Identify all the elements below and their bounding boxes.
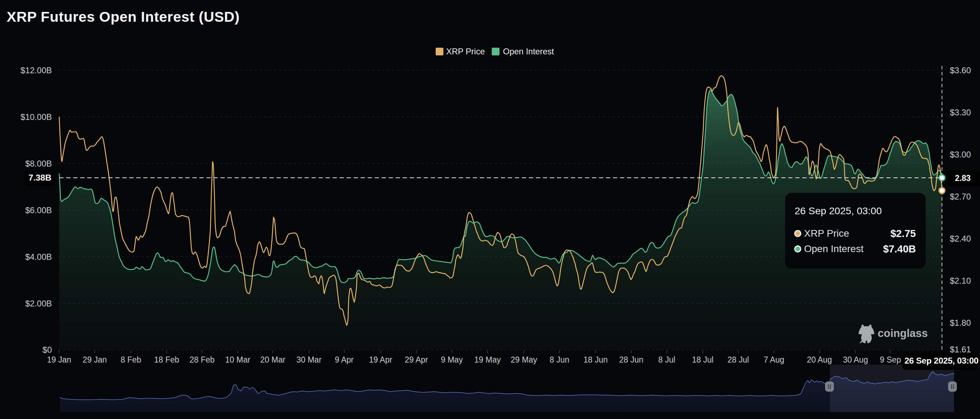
svg-text:XRP Price: XRP Price [804,228,849,239]
svg-text:7 Aug: 7 Aug [764,355,784,364]
svg-text:$1.61: $1.61 [950,345,971,354]
svg-text:18 Jun: 18 Jun [584,355,608,364]
svg-text:$2.00B: $2.00B [25,299,52,308]
svg-text:28 Jun: 28 Jun [619,355,644,364]
svg-text:30 Mar: 30 Mar [296,355,322,364]
svg-text:$4.00B: $4.00B [25,252,52,261]
svg-text:28 Jul: 28 Jul [728,355,749,364]
svg-text:$6.00B: $6.00B [25,206,52,215]
svg-text:29 Jan: 29 Jan [83,355,107,364]
svg-text:XRP Futures Open Interest (USD: XRP Futures Open Interest (USD) [7,9,240,25]
svg-text:coinglass: coinglass [878,327,928,339]
svg-text:XRP Price: XRP Price [446,47,485,56]
svg-text:$8.00B: $8.00B [25,159,52,168]
svg-text:$2.70: $2.70 [950,192,971,201]
svg-text:30 Aug: 30 Aug [843,355,868,364]
svg-text:$1.80: $1.80 [950,318,971,328]
svg-text:8 Jul: 8 Jul [658,355,675,364]
svg-text:Open Interest: Open Interest [804,243,864,254]
svg-text:9 Apr: 9 Apr [335,355,354,364]
svg-text:$2.40: $2.40 [950,234,971,243]
svg-text:20 Aug: 20 Aug [807,355,832,364]
svg-text:$10.00B: $10.00B [21,112,52,122]
svg-text:18 Jul: 18 Jul [692,355,713,364]
svg-text:26 Sep 2025, 03:00: 26 Sep 2025, 03:00 [795,205,882,216]
svg-text:19 Apr: 19 Apr [369,355,393,364]
svg-text:18 Feb: 18 Feb [154,355,180,364]
svg-text:20 Mar: 20 Mar [261,355,286,364]
svg-text:29 Apr: 29 Apr [405,355,428,364]
svg-text:$3.00: $3.00 [950,150,971,159]
svg-text:$2.10: $2.10 [950,276,971,285]
svg-text:19 May: 19 May [474,355,501,364]
svg-text:8 Feb: 8 Feb [121,355,141,364]
svg-text:9 May: 9 May [441,355,463,364]
svg-text:$2.75: $2.75 [890,228,916,239]
svg-text:2.83: 2.83 [955,174,971,183]
svg-text:Open Interest: Open Interest [503,47,554,56]
svg-text:$12.00B: $12.00B [21,65,52,75]
svg-text:$3.30: $3.30 [950,108,971,117]
svg-text:9 Sep: 9 Sep [880,355,901,364]
svg-text:$7.40B: $7.40B [883,243,916,255]
svg-text:29 May: 29 May [511,355,537,364]
svg-text:7.38B: 7.38B [29,173,51,182]
svg-text:$0: $0 [42,345,52,354]
svg-text:19 Jan: 19 Jan [47,355,71,364]
svg-text:8 Jun: 8 Jun [550,355,569,364]
svg-text:26 Sep 2025, 03:00: 26 Sep 2025, 03:00 [904,356,978,365]
svg-text:28 Feb: 28 Feb [189,355,215,364]
svg-text:10 Mar: 10 Mar [225,355,251,364]
svg-text:$3.60: $3.60 [950,65,971,75]
